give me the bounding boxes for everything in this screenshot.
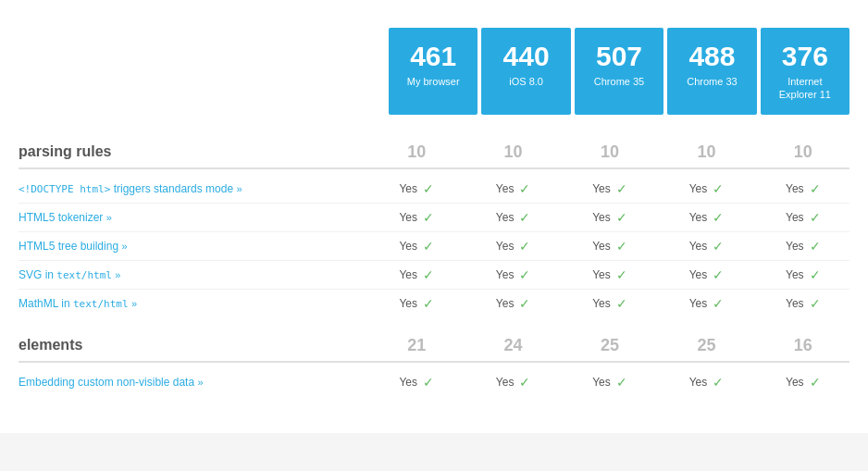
row-values-1-0: Yes✓Yes✓Yes✓Yes✓Yes✓	[370, 375, 849, 390]
data-row-0-2: HTML5 tree building »Yes✓Yes✓Yes✓Yes✓Yes…	[19, 232, 849, 261]
check-icon: ✓	[616, 267, 627, 282]
data-row-0-1: HTML5 tokenizer »Yes✓Yes✓Yes✓Yes✓Yes✓	[19, 204, 849, 232]
data-row-0-4: MathML in text/html »Yes✓Yes✓Yes✓Yes✓Yes…	[19, 290, 849, 317]
section-score-0-4: 10	[757, 143, 849, 162]
check-icon: ✓	[616, 239, 627, 254]
sections-container: parsing rules1010101010<!DOCTYPE html> t…	[19, 143, 849, 396]
row-value-0-0-1: Yes✓	[466, 181, 559, 196]
section-header-0: parsing rules1010101010	[19, 143, 849, 169]
section-score-1-4: 16	[757, 336, 849, 355]
row-value-0-3-4: Yes✓	[757, 267, 849, 282]
check-icon: ✓	[810, 181, 821, 196]
row-value-0-2-1: Yes✓	[466, 239, 559, 254]
row-value-0-1-1: Yes✓	[466, 210, 559, 225]
check-icon: ✓	[713, 267, 724, 282]
section-score-1-0: 21	[370, 336, 463, 355]
section-score-0-3: 10	[660, 143, 752, 162]
check-icon: ✓	[519, 210, 530, 225]
row-value-0-0-2: Yes✓	[564, 181, 656, 196]
row-value-0-4-4: Yes✓	[757, 296, 849, 311]
browser-name: Chrome 33	[676, 75, 747, 88]
browser-score: 440	[490, 41, 561, 71]
row-value-0-1-2: Yes✓	[564, 210, 656, 225]
check-icon: ✓	[519, 181, 530, 196]
row-value-1-0-3: Yes✓	[660, 375, 752, 390]
browser-card-1[interactable]: 440 iOS 8.0	[481, 28, 570, 115]
browser-name: Internet Explorer 11	[770, 75, 840, 102]
row-label-0-2[interactable]: HTML5 tree building »	[19, 240, 370, 253]
check-icon: ✓	[616, 181, 627, 196]
row-values-0-4: Yes✓Yes✓Yes✓Yes✓Yes✓	[370, 296, 849, 311]
browser-score: 461	[398, 41, 468, 71]
browser-score: 488	[676, 41, 747, 71]
row-value-0-3-1: Yes✓	[466, 267, 559, 282]
data-row-0-3: SVG in text/html »Yes✓Yes✓Yes✓Yes✓Yes✓	[19, 261, 849, 290]
check-icon: ✓	[519, 267, 530, 282]
row-value-0-3-2: Yes✓	[564, 267, 656, 282]
row-value-0-4-3: Yes✓	[660, 296, 752, 311]
row-values-0-3: Yes✓Yes✓Yes✓Yes✓Yes✓	[370, 267, 849, 282]
section-scores-1: 2124252516	[370, 336, 849, 355]
section-0: parsing rules1010101010<!DOCTYPE html> t…	[19, 143, 849, 317]
row-value-0-3-0: Yes✓	[370, 267, 463, 282]
check-icon: ✓	[713, 210, 724, 225]
section-score-0-1: 10	[466, 143, 559, 162]
section-title-0: parsing rules	[19, 143, 370, 160]
header-left	[19, 28, 370, 35]
check-icon: ✓	[423, 210, 434, 225]
check-icon: ✓	[713, 181, 724, 196]
section-scores-0: 1010101010	[370, 143, 849, 162]
check-icon: ✓	[423, 267, 434, 282]
row-value-0-4-2: Yes✓	[564, 296, 656, 311]
row-values-0-1: Yes✓Yes✓Yes✓Yes✓Yes✓	[370, 210, 849, 225]
row-label-1-0[interactable]: Embedding custom non-visible data »	[19, 376, 370, 389]
row-value-0-2-3: Yes✓	[660, 239, 752, 254]
section-score-1-1: 24	[466, 336, 559, 355]
row-label-0-4[interactable]: MathML in text/html »	[19, 297, 370, 310]
check-icon: ✓	[810, 267, 821, 282]
section-title-1: elements	[19, 337, 370, 353]
check-icon: ✓	[713, 375, 724, 390]
main-container: 461 My browser 440 iOS 8.0 507 Chrome 35…	[0, 0, 868, 433]
check-icon: ✓	[810, 296, 821, 311]
check-icon: ✓	[519, 375, 530, 390]
row-value-0-1-4: Yes✓	[757, 210, 849, 225]
check-icon: ✓	[616, 210, 627, 225]
browser-score: 376	[770, 41, 840, 71]
section-score-1-2: 25	[564, 336, 656, 355]
data-row-0-0: <!DOCTYPE html> triggers standards mode …	[19, 175, 849, 204]
browser-card-0[interactable]: 461 My browser	[389, 28, 477, 115]
row-value-0-0-4: Yes✓	[757, 181, 849, 196]
section-score-1-3: 25	[660, 336, 752, 355]
section-score-0-2: 10	[564, 143, 656, 162]
row-value-0-4-1: Yes✓	[466, 296, 559, 311]
row-value-0-2-4: Yes✓	[757, 239, 849, 254]
browser-card-3[interactable]: 488 Chrome 33	[667, 28, 756, 115]
row-value-0-2-0: Yes✓	[370, 239, 463, 254]
check-icon: ✓	[423, 181, 434, 196]
row-values-0-0: Yes✓Yes✓Yes✓Yes✓Yes✓	[370, 181, 849, 196]
section-score-0-0: 10	[370, 143, 463, 162]
check-icon: ✓	[423, 239, 434, 254]
row-label-0-3[interactable]: SVG in text/html »	[19, 268, 370, 281]
check-icon: ✓	[810, 210, 821, 225]
browser-cards: 461 My browser 440 iOS 8.0 507 Chrome 35…	[389, 28, 849, 115]
browser-card-4[interactable]: 376 Internet Explorer 11	[761, 28, 849, 115]
check-icon: ✓	[713, 296, 724, 311]
check-icon: ✓	[519, 296, 530, 311]
row-value-0-4-0: Yes✓	[370, 296, 463, 311]
browser-card-2[interactable]: 507 Chrome 35	[575, 28, 663, 115]
browser-score: 507	[584, 41, 654, 71]
row-label-0-1[interactable]: HTML5 tokenizer »	[19, 211, 370, 224]
header: 461 My browser 440 iOS 8.0 507 Chrome 35…	[19, 28, 849, 115]
data-row-1-0: Embedding custom non-visible data »Yes✓Y…	[19, 368, 849, 396]
row-value-1-0-0: Yes✓	[370, 375, 463, 390]
row-label-0-0[interactable]: <!DOCTYPE html> triggers standards mode …	[19, 182, 370, 195]
row-value-0-3-3: Yes✓	[660, 267, 752, 282]
row-value-0-0-0: Yes✓	[370, 181, 463, 196]
row-value-0-2-2: Yes✓	[564, 239, 656, 254]
check-icon: ✓	[616, 375, 627, 390]
row-values-0-2: Yes✓Yes✓Yes✓Yes✓Yes✓	[370, 239, 849, 254]
section-1: elements2124252516Embedding custom non-v…	[19, 336, 849, 396]
check-icon: ✓	[810, 239, 821, 254]
